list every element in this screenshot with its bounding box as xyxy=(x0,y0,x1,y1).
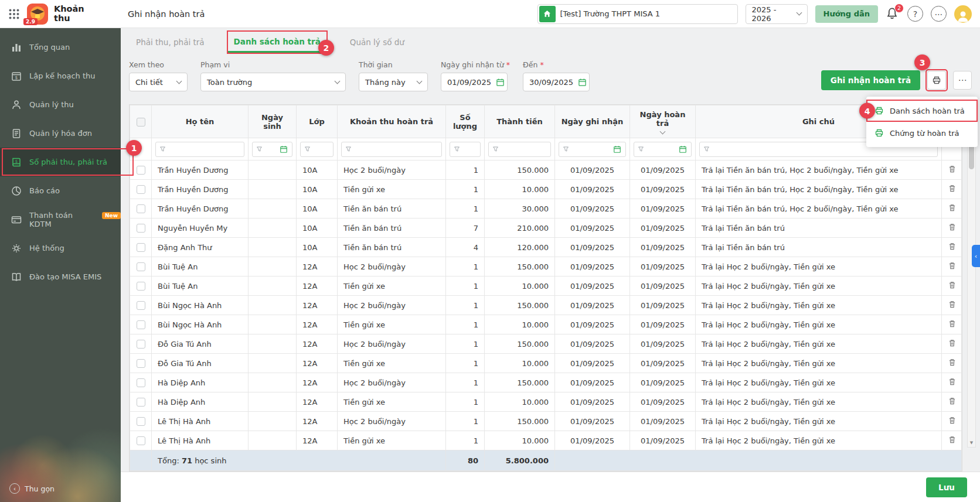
cell-refunded: 01/09/2025 xyxy=(630,160,696,180)
vertical-scrollbar[interactable]: ▲ ▼ xyxy=(967,102,976,448)
record-refund-button[interactable]: Ghi nhận hoàn trả xyxy=(821,70,920,90)
delete-row-icon[interactable] xyxy=(948,377,957,386)
delete-row-icon[interactable] xyxy=(948,203,957,212)
delete-row-icon[interactable] xyxy=(948,223,957,231)
delete-row-icon[interactable] xyxy=(948,281,957,289)
col-header-qty[interactable]: Số lượng xyxy=(446,105,485,138)
view-by-dropdown[interactable]: Chi tiết xyxy=(129,73,188,91)
col-header-amount[interactable]: Thành tiền xyxy=(485,105,555,138)
col-header-dob[interactable]: Ngày sinh xyxy=(249,105,297,138)
row-checkbox[interactable] xyxy=(137,340,145,349)
menu-item-danh-sach-hoan-tra[interactable]: 4 Danh sách hoàn trả xyxy=(866,100,978,122)
row-checkbox[interactable] xyxy=(137,378,145,387)
filter-name-input[interactable] xyxy=(169,145,240,153)
row-checkbox[interactable] xyxy=(137,166,145,175)
filter-icon xyxy=(256,146,263,152)
delete-row-icon[interactable] xyxy=(948,165,957,173)
delete-row-icon[interactable] xyxy=(948,300,957,309)
sidebar-item-planning[interactable]: $ Lập kế hoạch thu xyxy=(0,62,121,90)
open-book-icon xyxy=(11,271,22,283)
to-date-input[interactable]: 30/09/2025 xyxy=(523,73,590,91)
delete-row-icon[interactable] xyxy=(948,242,957,251)
col-header-fee[interactable]: Khoản thu hoàn trả xyxy=(338,105,446,138)
filter-qty-input[interactable] xyxy=(463,145,477,153)
from-date-label: Ngày ghi nhận từ * xyxy=(441,60,510,69)
from-date-input[interactable]: 01/09/2025 xyxy=(441,73,508,91)
table-row: Trần Huyền Dương 10A Tiền ăn bán trú 1 3… xyxy=(130,199,962,218)
filter-amount-input[interactable] xyxy=(502,145,547,153)
calendar-icon[interactable] xyxy=(613,145,622,153)
sidebar-item-training[interactable]: Đào tạo MISA EMIS xyxy=(0,262,121,291)
time-value: Tháng này xyxy=(365,78,406,87)
time-dropdown[interactable]: Tháng này xyxy=(359,73,428,91)
delete-row-icon[interactable] xyxy=(948,319,957,328)
collapse-sidebar-button[interactable]: ‹ Thu gọn xyxy=(0,480,64,497)
row-checkbox[interactable] xyxy=(137,436,145,445)
col-header-class[interactable]: Lớp xyxy=(297,105,338,138)
row-checkbox[interactable] xyxy=(137,243,145,252)
filter-dob-input[interactable] xyxy=(266,145,277,153)
row-checkbox[interactable] xyxy=(137,301,145,310)
guide-button[interactable]: Hướng dẫn xyxy=(815,5,879,23)
scroll-down-icon[interactable]: ▼ xyxy=(970,441,973,445)
printer-icon xyxy=(874,106,884,115)
table-row: Hà Diệp Anh 12A Tiền gửi xe 1 10.000 01/… xyxy=(130,392,962,412)
col-header-name[interactable]: Họ tên xyxy=(152,105,249,138)
filter-refunded-input[interactable] xyxy=(647,145,676,153)
delete-row-icon[interactable] xyxy=(948,358,957,367)
select-all-checkbox[interactable] xyxy=(137,118,145,127)
save-button[interactable]: Lưu xyxy=(926,477,967,497)
delete-row-icon[interactable] xyxy=(948,397,957,405)
cell-dob xyxy=(249,238,297,257)
calendar-icon[interactable] xyxy=(280,145,288,153)
filter-fee-input[interactable] xyxy=(355,145,438,153)
more-actions-button[interactable]: ⋯ xyxy=(953,71,972,90)
filter-recorded-input[interactable] xyxy=(572,145,610,153)
cell-class: 10A xyxy=(297,238,338,257)
help-icon[interactable]: ? xyxy=(907,6,923,22)
delete-row-icon[interactable] xyxy=(948,184,957,193)
filter-class-input[interactable] xyxy=(314,145,329,153)
row-checkbox[interactable] xyxy=(137,204,145,213)
cell-name: Đỗ Gia Tú Anh xyxy=(152,334,249,354)
sidebar-item-collection[interactable]: Quản lý thu xyxy=(0,90,121,119)
row-checkbox[interactable] xyxy=(137,417,145,426)
col-header-refunded[interactable]: Ngày hoàn trả xyxy=(630,105,696,138)
row-checkbox[interactable] xyxy=(137,185,145,194)
school-selector[interactable]: [Test] Trường THPT MISA 1 xyxy=(537,4,738,24)
row-checkbox[interactable] xyxy=(137,398,145,407)
delete-row-icon[interactable] xyxy=(948,339,957,347)
filter-icon xyxy=(492,146,499,152)
print-button[interactable] xyxy=(927,71,946,90)
more-options-icon[interactable]: ⋯ xyxy=(931,6,947,22)
cell-note: Trả lại Học 2 buổi/ngày, Tiền gửi xe xyxy=(696,315,942,334)
delete-row-icon[interactable] xyxy=(948,435,957,444)
time-label: Thời gian xyxy=(359,60,428,69)
delete-row-icon[interactable] xyxy=(948,261,957,270)
delete-row-icon[interactable] xyxy=(948,416,957,425)
row-checkbox[interactable] xyxy=(137,359,145,368)
sidebar-item-invoices[interactable]: Quản lý hóa đơn xyxy=(0,119,121,148)
tab-danh-sach-hoan-tra[interactable]: Danh sách hoàn trả 2 xyxy=(228,32,326,53)
cell-note: Trả lại Học 2 buổi/ngày, Tiền gửi xe xyxy=(696,373,942,392)
sidebar-item-reports[interactable]: Báo cáo xyxy=(0,176,121,205)
menu-item-chung-tu-hoan-tra[interactable]: Chứng từ hoàn trả xyxy=(866,122,978,144)
avatar[interactable] xyxy=(954,5,972,23)
scope-dropdown[interactable]: Toàn trường xyxy=(200,73,346,91)
row-checkbox[interactable] xyxy=(137,320,145,329)
expand-panel-tab[interactable]: ‹ xyxy=(972,245,980,267)
row-checkbox[interactable] xyxy=(137,262,145,271)
app-grid-icon[interactable] xyxy=(8,8,20,20)
tab-quan-ly-so-du[interactable]: Quản lý số dư xyxy=(344,32,410,53)
sidebar-item-payment-kdtm[interactable]: Thanh toán KDTM New xyxy=(0,205,121,234)
notifications-button[interactable]: 2 xyxy=(886,7,900,21)
sidebar-item-receivables-ledger[interactable]: 1 $ Sổ phải thu, phải trả xyxy=(0,148,121,176)
row-checkbox[interactable] xyxy=(137,224,145,233)
tab-phai-thu-phai-tra[interactable]: Phải thu, phải trả xyxy=(130,32,210,53)
school-year-dropdown[interactable]: 2025 - 2026 xyxy=(746,4,808,24)
calendar-icon[interactable] xyxy=(679,145,688,153)
col-header-recorded[interactable]: Ngày ghi nhận xyxy=(555,105,630,138)
row-checkbox[interactable] xyxy=(137,282,145,291)
sidebar-item-settings[interactable]: Hệ thống xyxy=(0,234,121,262)
sidebar-item-overview[interactable]: Tổng quan xyxy=(0,33,121,62)
